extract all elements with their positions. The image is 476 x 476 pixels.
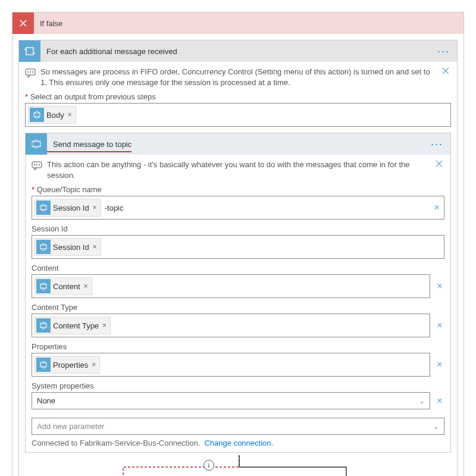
foreach-header[interactable]: For each additional message received ··· <box>19 40 457 62</box>
remove-token-button[interactable]: × <box>67 111 73 119</box>
remove-field-button[interactable]: × <box>435 320 444 331</box>
add-parameter-dropdown[interactable]: Add new parameter ⌄ <box>32 418 444 435</box>
sessionid-label: Session Id <box>32 224 444 233</box>
svg-rect-12 <box>40 245 46 249</box>
svg-rect-0 <box>26 48 33 55</box>
token-icon <box>36 201 51 215</box>
svg-rect-13 <box>40 284 46 288</box>
foreach-hint-text: So messages are process in FIFO order, C… <box>40 67 437 87</box>
sessionid-token[interactable]: Session Id × <box>35 199 101 217</box>
close-hint-button[interactable] <box>441 67 451 75</box>
token-icon <box>36 318 51 333</box>
token-icon <box>36 279 51 293</box>
speech-icon <box>25 68 36 79</box>
foreach-card: For each additional message received ···… <box>18 40 458 476</box>
content-token[interactable]: Content × <box>35 277 92 295</box>
token-icon <box>36 358 51 372</box>
select-output-input[interactable]: Body × <box>25 103 451 127</box>
token-icon <box>30 108 44 122</box>
select-output-label: * Select an output from previous steps <box>25 92 451 101</box>
remove-field-button[interactable]: × <box>435 396 444 406</box>
clear-input-button[interactable]: × <box>432 202 441 213</box>
remove-field-button[interactable]: × <box>435 281 444 292</box>
svg-rect-6 <box>32 142 40 146</box>
props-label: Properties <box>32 342 444 351</box>
svg-rect-14 <box>40 324 46 327</box>
send-title: Send message to topic <box>47 140 131 152</box>
body-token[interactable]: Body × <box>28 106 76 124</box>
ctype-label: Content Type <box>32 303 444 312</box>
svg-rect-11 <box>40 206 46 209</box>
if-false-header: If false <box>12 12 464 34</box>
svg-point-9 <box>36 164 37 165</box>
queue-suffix: -topic <box>105 203 124 212</box>
send-hint: This action can be anything - it's basic… <box>32 159 444 180</box>
add-param-placeholder: Add new parameter <box>37 422 104 431</box>
remove-token-button[interactable]: × <box>83 282 89 290</box>
svg-point-3 <box>30 71 31 73</box>
chevron-down-icon: ⌄ <box>419 397 425 405</box>
svg-rect-15 <box>40 363 46 367</box>
change-connection-link[interactable]: Change connection. <box>204 439 273 447</box>
remove-token-button[interactable]: × <box>101 321 108 330</box>
svg-point-8 <box>34 164 35 165</box>
close-icon[interactable] <box>12 12 34 34</box>
if-false-card: If false For each additional message rec… <box>12 12 464 476</box>
speech-icon <box>32 161 42 171</box>
send-hint-text: This action can be anything - it's basic… <box>47 159 430 180</box>
remove-token-button[interactable]: × <box>92 203 98 212</box>
send-message-card: Send message to topic ··· This action ca… <box>25 133 451 453</box>
remove-field-button[interactable]: × <box>435 359 444 370</box>
send-message-header[interactable]: Send message to topic ··· <box>26 133 450 155</box>
flow-connector: i <box>25 455 451 476</box>
props-input[interactable]: Properties × <box>32 353 430 377</box>
foreach-menu-button[interactable]: ··· <box>430 45 457 58</box>
queue-label: * Queue/Topic name <box>32 185 444 194</box>
sessionid-token[interactable]: Session Id × <box>35 238 101 256</box>
token-icon <box>36 240 51 254</box>
foreach-hint: So messages are process in FIFO order, C… <box>25 67 451 87</box>
sessionid-input[interactable]: Session Id × <box>32 235 444 259</box>
if-false-title: If false <box>34 19 62 28</box>
svg-point-4 <box>32 71 33 73</box>
queue-input[interactable]: Session Id × -topic × <box>32 196 444 220</box>
sysprops-label: System properties <box>32 381 444 390</box>
svg-point-2 <box>27 71 29 73</box>
loop-icon <box>19 40 40 62</box>
content-input[interactable]: Content × <box>32 274 430 298</box>
remove-token-button[interactable]: × <box>90 361 97 369</box>
ctype-input[interactable]: Content Type × <box>32 314 430 337</box>
svg-point-10 <box>39 164 40 165</box>
close-hint-button[interactable] <box>435 159 444 168</box>
chevron-down-icon: ⌄ <box>433 422 439 431</box>
content-label: Content <box>32 264 444 273</box>
connection-info: Connected to Fabrikam-Service-Bus-Connec… <box>32 439 444 447</box>
sysprops-value: None <box>37 396 55 405</box>
sysprops-select[interactable]: None ⌄ <box>32 392 430 409</box>
send-menu-button[interactable]: ··· <box>424 138 450 151</box>
servicebus-icon <box>26 133 47 155</box>
props-token[interactable]: Properties × <box>35 356 100 374</box>
remove-token-button[interactable]: × <box>92 243 98 251</box>
svg-rect-5 <box>34 113 40 117</box>
foreach-title: For each additional message received <box>40 47 430 56</box>
ctype-token[interactable]: Content Type × <box>35 317 111 334</box>
